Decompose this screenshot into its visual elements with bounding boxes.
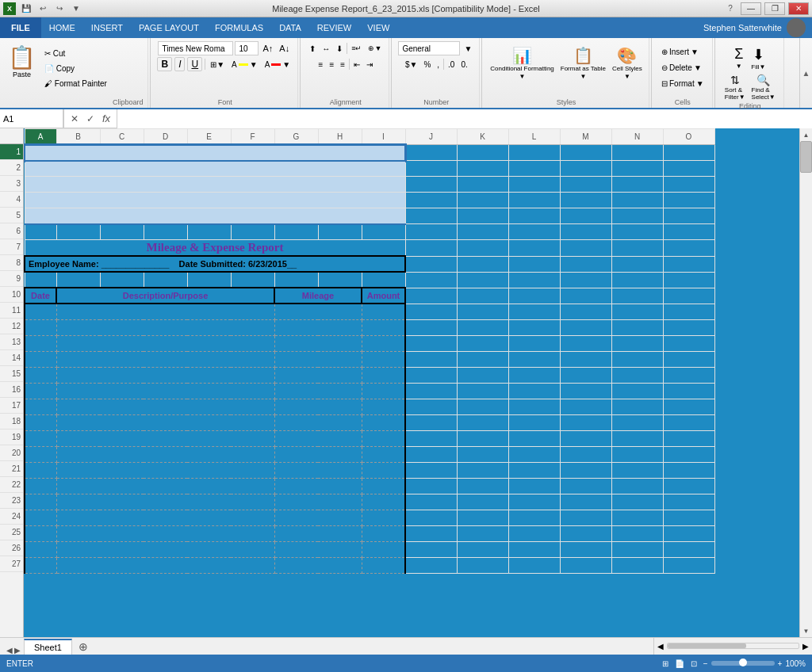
cell-G12[interactable] <box>274 319 362 335</box>
cell-I17[interactable] <box>362 399 405 414</box>
cell-B13[interactable] <box>56 335 274 351</box>
cell-A3[interactable] <box>25 177 405 193</box>
cell-O4[interactable] <box>663 193 714 208</box>
cell-L14[interactable] <box>508 351 560 367</box>
cell-K22[interactable] <box>457 478 508 494</box>
cell-L16[interactable] <box>508 383 560 399</box>
cell-M18[interactable] <box>560 414 611 430</box>
cell-M5[interactable] <box>560 208 611 224</box>
cell-B26[interactable] <box>56 541 274 557</box>
restore-button[interactable]: ❐ <box>764 2 785 15</box>
cell-M15[interactable] <box>560 367 611 383</box>
cell-J9[interactable] <box>405 272 457 288</box>
cell-G16[interactable] <box>274 383 362 399</box>
cell-K6[interactable] <box>457 224 508 240</box>
cell-A11[interactable] <box>25 304 56 319</box>
cell-K20[interactable] <box>457 446 508 462</box>
normal-view-button[interactable]: ⊞ <box>662 659 668 668</box>
cell-N25[interactable] <box>611 525 663 541</box>
cell-styles-button[interactable]: 🎨 Cell Styles ▼ <box>611 44 644 82</box>
cell-N23[interactable] <box>611 494 663 510</box>
fill-button[interactable]: ⬇ Fill▼ <box>748 44 768 72</box>
cell-K17[interactable] <box>457 399 508 414</box>
cell-I27[interactable] <box>362 557 405 573</box>
horizontal-scrollbar[interactable] <box>667 643 799 649</box>
col-header-O[interactable]: O <box>663 129 714 145</box>
cell-O5[interactable] <box>663 208 714 224</box>
cell-K7[interactable] <box>457 240 508 257</box>
cell-O18[interactable] <box>663 414 714 430</box>
cell-I13[interactable] <box>362 335 405 351</box>
col-header-E[interactable]: E <box>187 129 231 145</box>
cell-B23[interactable] <box>56 494 274 510</box>
cell-N16[interactable] <box>611 383 663 399</box>
cell-G17[interactable] <box>274 399 362 414</box>
cell-J13[interactable] <box>405 335 457 351</box>
formula-input[interactable] <box>117 109 812 128</box>
cell-N12[interactable] <box>611 319 663 335</box>
cell-J8[interactable] <box>405 256 457 272</box>
cell-M20[interactable] <box>560 446 611 462</box>
cell-A25[interactable] <box>25 525 56 541</box>
cell-O24[interactable] <box>663 510 714 525</box>
col-header-N[interactable]: N <box>611 129 663 145</box>
cell-K23[interactable] <box>457 494 508 510</box>
cell-M21[interactable] <box>560 462 611 478</box>
cell-K8[interactable] <box>457 256 508 272</box>
cut-button[interactable]: ✂ Cut <box>42 46 109 60</box>
cell-I18[interactable] <box>362 414 405 430</box>
page-layout-menu[interactable]: PAGE LAYOUT <box>131 17 207 38</box>
cell-K26[interactable] <box>457 541 508 557</box>
cell-M6[interactable] <box>560 224 611 240</box>
cell-A24[interactable] <box>25 510 56 525</box>
cell-J2[interactable] <box>405 161 457 177</box>
cell-N9[interactable] <box>611 272 663 288</box>
cell-J23[interactable] <box>405 494 457 510</box>
cell-L11[interactable] <box>508 304 560 319</box>
cell-L24[interactable] <box>508 510 560 525</box>
font-size-input[interactable]: 10 <box>235 41 259 55</box>
col-header-F[interactable]: F <box>231 129 274 145</box>
cell-K27[interactable] <box>457 557 508 573</box>
cell-B25[interactable] <box>56 525 274 541</box>
cell-A4[interactable] <box>25 193 405 208</box>
cell-N2[interactable] <box>611 161 663 177</box>
number-format-input[interactable]: General <box>398 41 460 55</box>
cell-K9[interactable] <box>457 272 508 288</box>
cell-G6[interactable] <box>274 224 318 240</box>
cell-M16[interactable] <box>560 383 611 399</box>
cell-I16[interactable] <box>362 383 405 399</box>
cell-O3[interactable] <box>663 177 714 193</box>
cell-M9[interactable] <box>560 272 611 288</box>
cell-J10[interactable] <box>405 288 457 304</box>
cell-O23[interactable] <box>663 494 714 510</box>
cell-K13[interactable] <box>457 335 508 351</box>
paste-button[interactable]: 📋 Paste <box>5 43 39 80</box>
home-menu[interactable]: HOME <box>41 17 83 38</box>
cell-I21[interactable] <box>362 462 405 478</box>
cell-B15[interactable] <box>56 367 274 383</box>
cell-L8[interactable] <box>508 256 560 272</box>
cell-G11[interactable] <box>274 304 362 319</box>
cell-J12[interactable] <box>405 319 457 335</box>
cell-N17[interactable] <box>611 399 663 414</box>
file-menu[interactable]: FILE <box>0 17 41 38</box>
review-menu[interactable]: REVIEW <box>309 17 359 38</box>
cell-L4[interactable] <box>508 193 560 208</box>
cell-N6[interactable] <box>611 224 663 240</box>
cell-A27[interactable] <box>25 557 56 573</box>
minimize-button[interactable]: — <box>741 2 761 15</box>
cell-N14[interactable] <box>611 351 663 367</box>
cell-J20[interactable] <box>405 446 457 462</box>
zoom-out-button[interactable]: − <box>703 659 708 668</box>
cell-L15[interactable] <box>508 367 560 383</box>
autosum-button[interactable]: Σ ▼ <box>731 44 746 72</box>
cell-J26[interactable] <box>405 541 457 557</box>
cell-G22[interactable] <box>274 478 362 494</box>
cell-A2[interactable] <box>25 161 405 177</box>
cell-A17[interactable] <box>25 399 56 414</box>
cell-N4[interactable] <box>611 193 663 208</box>
cell-M13[interactable] <box>560 335 611 351</box>
increase-indent-button[interactable]: ⇥ <box>364 57 375 71</box>
cell-J4[interactable] <box>405 193 457 208</box>
